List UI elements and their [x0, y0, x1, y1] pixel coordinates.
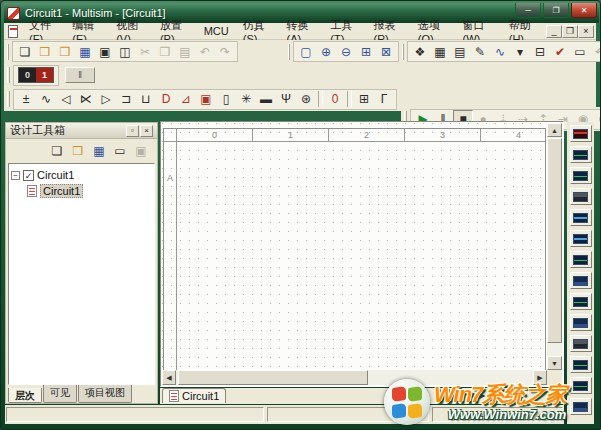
mdi-restore-button[interactable]: ❐: [562, 25, 578, 38]
place-transistor-button[interactable]: ⋉: [76, 90, 96, 108]
paste-button[interactable]: ▤: [175, 43, 195, 61]
maximize-button[interactable]: ❐: [543, 3, 569, 18]
place-indicator-button[interactable]: ▣: [196, 90, 216, 108]
function-generator-button[interactable]: [570, 167, 592, 184]
place-mcu-button[interactable]: 0: [325, 90, 345, 108]
place-basic-button[interactable]: ∿: [36, 90, 56, 108]
horizontal-scroll-thumb[interactable]: [178, 370, 368, 385]
back-annotate-button[interactable]: ↶: [590, 43, 601, 61]
logic-analyzer-button[interactable]: [570, 314, 592, 331]
save-button[interactable]: ▦: [75, 43, 95, 61]
panel-close-button[interactable]: ×: [140, 125, 153, 137]
place-source-button[interactable]: ±: [16, 90, 36, 108]
place-cmos-button[interactable]: ⊔: [136, 90, 156, 108]
open-file-button[interactable]: ❒: [68, 142, 88, 160]
print-page-button[interactable]: ▣: [131, 142, 151, 160]
separator[interactable]: [318, 91, 323, 107]
mdi-close-button[interactable]: ×: [578, 25, 594, 38]
spreadsheet-view-button[interactable]: ▦: [430, 43, 450, 61]
document-icon[interactable]: [8, 25, 18, 38]
fullscreen-button[interactable]: ▢: [296, 43, 316, 61]
separator[interactable]: [347, 91, 352, 107]
print-preview-button[interactable]: ◫: [115, 43, 135, 61]
tab-scroll-right-button[interactable]: ▶: [477, 391, 487, 400]
zoom-out-button[interactable]: ⊖: [336, 43, 356, 61]
tree-checkbox-icon[interactable]: ✓: [23, 170, 34, 181]
database-manager-button[interactable]: ▤: [450, 43, 470, 61]
place-electromechanical-button[interactable]: ⊛: [296, 90, 316, 108]
open-button[interactable]: ❒: [35, 43, 55, 61]
copy-button[interactable]: ❐: [155, 43, 175, 61]
zoom-area-button[interactable]: ⊞: [356, 43, 376, 61]
run-stop-switch[interactable]: 0 1: [18, 67, 54, 83]
mdi-minimize-button[interactable]: _: [546, 25, 562, 38]
new-button[interactable]: ❏: [15, 43, 35, 61]
multimeter-button[interactable]: [570, 146, 592, 163]
tree-child-row[interactable]: Circuit1: [27, 183, 152, 199]
place-power-button[interactable]: ▯: [216, 90, 236, 108]
place-misc-button[interactable]: ✳: [236, 90, 256, 108]
tree-root-label[interactable]: Circuit1: [37, 169, 74, 181]
distortion-analyzer-button[interactable]: [570, 377, 592, 394]
scroll-right-arrow[interactable]: ▶: [533, 370, 547, 385]
erc-button[interactable]: ✔: [550, 43, 570, 61]
undo-button[interactable]: ↶: [195, 43, 215, 61]
toolbar-grip[interactable]: [7, 44, 9, 60]
grapher-dropdown[interactable]: ▾: [510, 43, 530, 61]
scroll-up-arrow[interactable]: ▲: [547, 123, 562, 137]
place-misc-digital-button[interactable]: D: [156, 90, 176, 108]
scroll-down-arrow[interactable]: ▼: [547, 356, 562, 370]
grapher-button[interactable]: ∿: [490, 43, 510, 61]
hierarchy-button[interactable]: ❖: [410, 43, 430, 61]
cut-button[interactable]: ✂: [135, 43, 155, 61]
tab-scroll-left-button[interactable]: ◀: [466, 391, 476, 400]
tab-visibility[interactable]: 可见: [43, 385, 77, 403]
schematic-canvas[interactable]: 0 1 2 3 4 A ▲: [160, 121, 564, 387]
print-button[interactable]: ▣: [95, 43, 115, 61]
place-hierarchical-block-button[interactable]: ⊞: [354, 90, 374, 108]
design-toolbox-header[interactable]: 设计工具箱 ▫ ×: [6, 123, 157, 139]
toolbar-grip[interactable]: [7, 67, 10, 83]
close-page-button[interactable]: ▭: [110, 142, 130, 160]
wattmeter-button[interactable]: [570, 188, 592, 205]
sheet-tab-circuit1[interactable]: Circuit1: [162, 388, 226, 403]
vertical-scrollbar[interactable]: ▲ ▼: [547, 123, 562, 370]
open-samples-button[interactable]: ❐: [55, 43, 75, 61]
bode-plotter-button[interactable]: [570, 251, 592, 268]
place-ttl-button[interactable]: ⊐: [116, 90, 136, 108]
tree-root-row[interactable]: − ✓ Circuit1: [11, 167, 152, 183]
tree-expander-icon[interactable]: −: [11, 171, 20, 180]
place-analog-button[interactable]: ▷: [96, 90, 116, 108]
toolbar-grip[interactable]: [402, 44, 404, 60]
tab-project-view[interactable]: 项目视图: [78, 385, 132, 403]
vertical-scroll-thumb[interactable]: [547, 138, 562, 343]
word-generator-button[interactable]: [570, 293, 592, 310]
save-button[interactable]: ▦: [89, 142, 109, 160]
frequency-counter-button[interactable]: [570, 272, 592, 289]
place-bus-button[interactable]: Γ: [374, 90, 394, 108]
new-file-button[interactable]: ❏: [47, 142, 67, 160]
zoom-fit-button[interactable]: ⊠: [376, 43, 396, 61]
oscilloscope-button[interactable]: [570, 209, 592, 226]
place-diode-button[interactable]: ◁: [56, 90, 76, 108]
horizontal-scrollbar[interactable]: ◀ ▶: [162, 370, 547, 385]
pause-switch-button[interactable]: ‖: [65, 67, 95, 83]
remove-breakpoints-button[interactable]: ⊘: [593, 110, 601, 128]
panel-dock-button[interactable]: ▫: [126, 125, 139, 137]
postprocessor-button[interactable]: ⊟: [530, 43, 550, 61]
tab-hierarchy[interactable]: 层次: [8, 388, 42, 403]
menu-mcu[interactable]: MCU: [197, 24, 236, 38]
iv-analyzer-button[interactable]: [570, 356, 592, 373]
logic-converter-button[interactable]: [570, 335, 592, 352]
toolbar-grip[interactable]: [288, 44, 290, 60]
redo-button[interactable]: ↷: [215, 43, 235, 61]
tree-child-label[interactable]: Circuit1: [40, 184, 83, 198]
close-button[interactable]: ✕: [571, 3, 597, 18]
place-advanced-peripherals-button[interactable]: ▬: [256, 90, 276, 108]
component-wizard-button[interactable]: ✎: [470, 43, 490, 61]
scroll-left-arrow[interactable]: ◀: [162, 370, 176, 385]
four-channel-oscilloscope-button[interactable]: [570, 230, 592, 247]
place-rf-button[interactable]: Ψ: [276, 90, 296, 108]
toolbar-grip[interactable]: [7, 91, 10, 107]
place-mixed-button[interactable]: ⊿: [176, 90, 196, 108]
